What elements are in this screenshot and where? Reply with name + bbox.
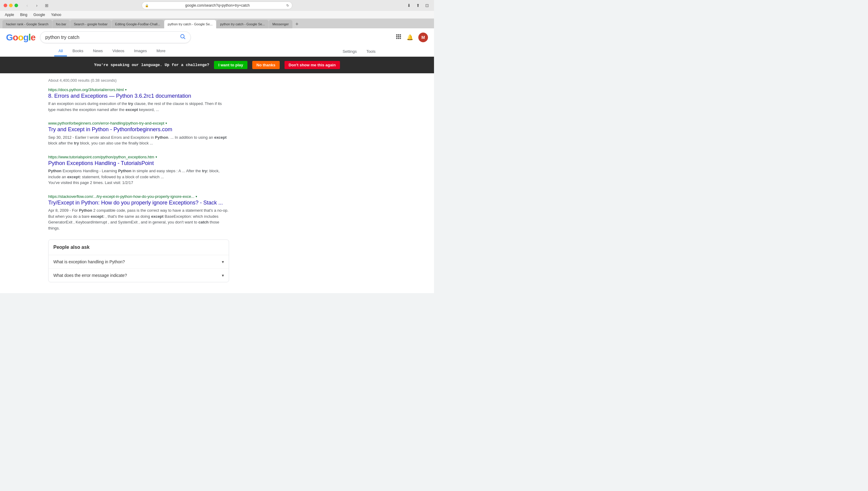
svg-rect-5	[396, 36, 398, 37]
back-button[interactable]: ‹	[23, 2, 31, 9]
bookmark-yahoo[interactable]: Yahoo	[51, 13, 61, 17]
address-text: google.com/search?q=python+try+catch	[150, 3, 284, 7]
nav-settings[interactable]: Settings	[338, 47, 361, 56]
header-right: 🔔 M	[396, 33, 428, 42]
sidebar-toggle-button[interactable]: ⊞	[43, 2, 50, 9]
paa-question-2: What does the error message indicate?	[53, 273, 127, 278]
result-dropdown-3[interactable]: ▾	[156, 155, 157, 158]
result-dropdown-4[interactable]: ▾	[195, 195, 197, 198]
result-url-text-3: https://www.tutorialspoint.com/python/py…	[48, 155, 154, 159]
play-button[interactable]: I want to play	[214, 61, 247, 69]
logo-g2: g	[23, 32, 28, 42]
result-url-3: https://www.tutorialspoint.com/python/py…	[48, 155, 229, 159]
bookmark-bing[interactable]: Bing	[20, 13, 27, 17]
fullscreen-button[interactable]	[14, 4, 18, 7]
google-logo: Google	[6, 32, 35, 42]
nav-tools[interactable]: Tools	[362, 47, 380, 56]
nav-news[interactable]: News	[89, 46, 107, 56]
minimize-button[interactable]	[9, 4, 13, 7]
lock-icon: 🔒	[145, 4, 149, 7]
forward-button[interactable]: ›	[33, 2, 41, 9]
nav-images[interactable]: Images	[130, 46, 151, 56]
logo-g: G	[6, 32, 13, 42]
address-bar-container: 🔒 google.com/search?q=python+try+catch ↻	[142, 1, 292, 9]
address-bar[interactable]: 🔒 google.com/search?q=python+try+catch ↻	[142, 1, 292, 9]
result-item-2: www.pythonforbeginners.com/error-handlin…	[48, 121, 229, 146]
result-desc-1: If an exception occurs during execution …	[48, 101, 229, 113]
challenge-banner: You're speaking our language. Up for a c…	[0, 57, 434, 73]
result-url-2: www.pythonforbeginners.com/error-handlin…	[48, 121, 229, 125]
avatar[interactable]: M	[418, 33, 428, 42]
result-title-4[interactable]: Try/Except in Python: How do you properl…	[48, 199, 229, 206]
result-dropdown-1[interactable]: ▾	[125, 88, 127, 91]
result-desc-4: Apr 8, 2009 - For Python 2 compatible co…	[48, 207, 229, 231]
paa-chevron-1: ▾	[222, 259, 224, 264]
result-url-4: https://stackoverflow.com/.../try-except…	[48, 194, 229, 199]
nav-buttons: ‹ ›	[23, 2, 41, 9]
new-tab-button[interactable]: +	[293, 20, 301, 28]
paa-header: People also ask	[49, 240, 229, 255]
titlebar: ‹ › ⊞ 🔒 google.com/search?q=python+try+c…	[0, 0, 434, 11]
search-bar[interactable]: python try catch	[40, 31, 191, 43]
search-nav: All Books News Videos Images More Settin…	[6, 46, 428, 56]
results-count: About 4,400,000 results (0.38 seconds)	[48, 78, 386, 83]
nothanks-button[interactable]: No thanks	[252, 61, 280, 69]
search-button[interactable]	[180, 33, 186, 41]
result-item-1: https://docs.python.org/3/tutorial/error…	[48, 87, 229, 113]
tab-search-foobar[interactable]: Search - google foobar	[70, 20, 111, 28]
svg-rect-7	[400, 36, 401, 37]
nav-books[interactable]: Books	[68, 46, 87, 56]
result-dropdown-2[interactable]: ▾	[165, 121, 167, 125]
notification-button[interactable]: 🔔	[405, 33, 415, 42]
search-input[interactable]: python try catch	[45, 35, 177, 40]
google-header-top: Google python try catch	[6, 31, 428, 46]
result-title-3[interactable]: Python Exceptions Handling - TutorialsPo…	[48, 160, 229, 167]
svg-rect-10	[400, 38, 401, 39]
tab-hacker-rank[interactable]: hacker rank - Google Search	[2, 20, 52, 28]
result-item-3: https://www.tutorialspoint.com/python/py…	[48, 155, 229, 186]
svg-rect-8	[396, 38, 398, 39]
dontshow-button[interactable]: Don't show me this again	[284, 61, 340, 69]
nav-all[interactable]: All	[54, 46, 67, 56]
paa-question-1: What is exception handling in Python?	[53, 259, 125, 264]
bookmark-apple[interactable]: Apple	[5, 13, 14, 17]
results-area: About 4,400,000 results (0.38 seconds) h…	[0, 73, 434, 293]
paa-section: People also ask What is exception handli…	[48, 239, 229, 282]
browser-content: Google python try catch	[0, 28, 434, 293]
paa-item-2[interactable]: What does the error message indicate? ▾	[49, 269, 229, 282]
nav-videos[interactable]: Videos	[108, 46, 129, 56]
result-url-1: https://docs.python.org/3/tutorial/error…	[48, 87, 229, 92]
result-title-2[interactable]: Try and Except in Python - Pythonforbegi…	[48, 126, 229, 133]
svg-rect-4	[400, 34, 401, 36]
download-button[interactable]: ⬇	[406, 2, 412, 9]
tabs-bar: hacker rank - Google Search foo.bar Sear…	[0, 19, 434, 28]
reload-button[interactable]: ↻	[286, 4, 289, 7]
apps-button[interactable]	[396, 33, 401, 41]
result-desc-3: Python Exceptions Handling - Learning Py…	[48, 168, 229, 186]
svg-rect-6	[398, 36, 399, 37]
nav-more[interactable]: More	[152, 46, 170, 56]
share-button[interactable]: ⬆	[415, 2, 421, 9]
tab-python-try-catch-2[interactable]: python try catch - Google Se...	[216, 20, 269, 28]
sidebar-right-button[interactable]: ⊡	[424, 2, 430, 9]
result-title-1[interactable]: 8. Errors and Exceptions — Python 3.6.2r…	[48, 93, 229, 99]
close-button[interactable]	[4, 4, 7, 7]
result-url-text-1: https://docs.python.org/3/tutorial/error…	[48, 87, 124, 92]
tab-python-try-catch-active[interactable]: python try catch - Google Se...	[164, 20, 216, 28]
svg-point-0	[181, 34, 184, 38]
result-desc-2: Sep 30, 2012 - Earlier I wrote about Err…	[48, 135, 229, 146]
bookmarks-bar: Apple Bing Google Yahoo	[0, 11, 434, 19]
result-url-text-2: www.pythonforbeginners.com/error-handlin…	[48, 121, 164, 125]
tab-foobar[interactable]: foo.bar	[53, 20, 70, 28]
paa-item-1[interactable]: What is exception handling in Python? ▾	[49, 255, 229, 269]
svg-rect-3	[398, 34, 399, 36]
tab-editing-foobar[interactable]: Editing Google-FooBar-Chall...	[112, 20, 164, 28]
logo-o2: o	[18, 32, 23, 42]
result-item-4: https://stackoverflow.com/.../try-except…	[48, 194, 229, 231]
titlebar-right: ⬇ ⬆ ⊡	[406, 2, 430, 9]
logo-o1: o	[13, 32, 18, 42]
tab-messenger[interactable]: Messenger	[269, 20, 292, 28]
bookmark-google[interactable]: Google	[33, 13, 45, 17]
logo-e: e	[31, 32, 36, 42]
svg-rect-2	[396, 34, 398, 36]
